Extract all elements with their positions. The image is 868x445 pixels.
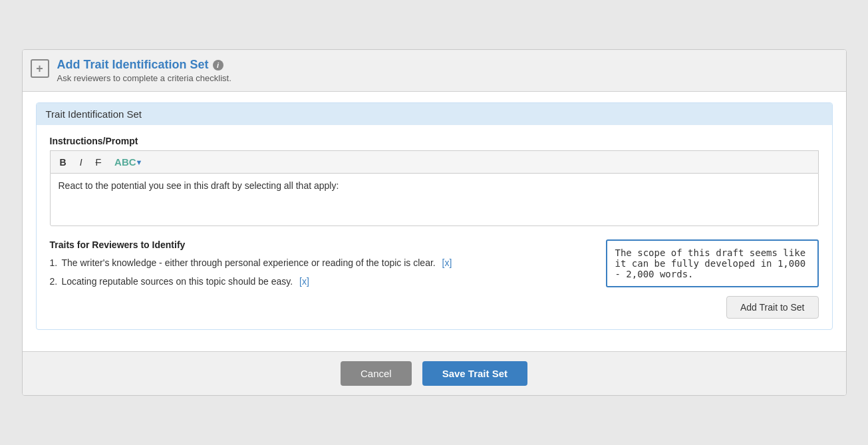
trait-remove-1[interactable]: [x] xyxy=(442,257,452,268)
header-plus-icon: + xyxy=(31,59,49,78)
modal-subtitle: Ask reviewers to complete a criteria che… xyxy=(57,73,231,83)
modal-title: Add Trait Identification Set i xyxy=(57,58,231,72)
trait-text-2: Locating reputable sources on this topic… xyxy=(62,275,593,289)
traits-section-title: Traits for Reviewers to Identify xyxy=(50,239,593,250)
modal-wrapper: + Add Trait Identification Set i Ask rev… xyxy=(0,0,868,445)
trait-input[interactable] xyxy=(606,239,819,287)
header-text: Add Trait Identification Set i Ask revie… xyxy=(57,58,231,83)
trait-item-1: 1. The writer's knowledge - either throu… xyxy=(50,257,593,270)
section-card-title: Trait Identification Set xyxy=(37,103,832,125)
trait-item-2: 2. Locating reputable sources on this to… xyxy=(50,275,593,289)
rte-toolbar: B I F ABC ▼ xyxy=(50,150,819,173)
traits-left: Traits for Reviewers to Identify 1. The … xyxy=(50,239,593,293)
traits-right: Add Trait to Set xyxy=(606,239,819,319)
spellcheck-icon: ABC xyxy=(114,156,136,168)
spellcheck-arrow-icon: ▼ xyxy=(136,158,143,166)
bold-button[interactable]: B xyxy=(56,155,71,170)
modal-footer: Cancel Save Trait Set xyxy=(23,351,846,395)
cancel-button[interactable]: Cancel xyxy=(341,361,412,386)
save-button[interactable]: Save Trait Set xyxy=(422,361,527,386)
traits-section: Traits for Reviewers to Identify 1. The … xyxy=(50,239,819,319)
modal-body: Trait Identification Set Instructions/Pr… xyxy=(23,92,846,351)
strikethrough-button[interactable]: F xyxy=(92,155,106,170)
trait-text-1: The writer's knowledge - either through … xyxy=(62,257,593,270)
info-icon[interactable]: i xyxy=(213,60,223,71)
trait-number-2: 2. xyxy=(50,275,62,289)
traits-list: 1. The writer's knowledge - either throu… xyxy=(50,257,593,288)
add-trait-button[interactable]: Add Trait to Set xyxy=(726,296,819,319)
modal: + Add Trait Identification Set i Ask rev… xyxy=(22,49,847,396)
trait-remove-2[interactable]: [x] xyxy=(299,276,309,287)
trait-number-1: 1. xyxy=(50,257,62,270)
section-card-body: Instructions/Prompt B I F ABC ▼ React to xyxy=(37,125,832,329)
modal-header: + Add Trait Identification Set i Ask rev… xyxy=(23,50,846,92)
italic-button[interactable]: I xyxy=(76,155,86,170)
instructions-label: Instructions/Prompt xyxy=(50,136,819,146)
section-card: Trait Identification Set Instructions/Pr… xyxy=(36,102,833,330)
spellcheck-button[interactable]: ABC ▼ xyxy=(110,154,146,170)
prompt-text-area[interactable]: React to the potential you see in this d… xyxy=(50,173,819,226)
